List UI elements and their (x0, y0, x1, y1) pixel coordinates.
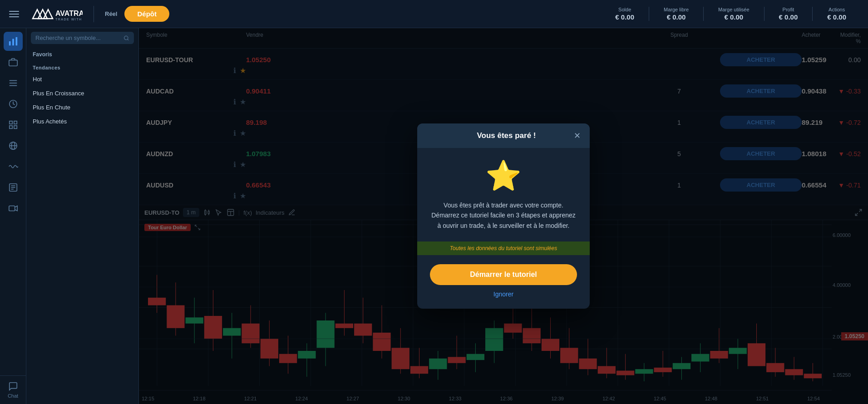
ignore-button[interactable]: Ignorer (493, 291, 513, 298)
favorites-label: Favoris (26, 49, 138, 60)
stat-item: Marge utilisée€ 0.00 (704, 7, 764, 21)
hamburger-menu[interactable] (7, 9, 21, 19)
content-area: Symbole Vendre Spread Acheter Modifier, … (139, 28, 868, 404)
sidebar-icon-globe[interactable] (4, 136, 23, 155)
tendances-title: Tendances (26, 60, 138, 72)
modal-body: ⭐ Vous êtes prêt à trader avec votre com… (417, 148, 590, 241)
modal-dialog: Vous êtes paré ! ✕ ⭐ Vous êtes prêt à tr… (417, 123, 590, 309)
modal-close-button[interactable]: ✕ (574, 131, 581, 141)
sidebar-icon-list[interactable] (4, 74, 23, 93)
stat-value: € 0.00 (779, 13, 798, 21)
sidebar-icon-briefcase[interactable] (4, 53, 23, 72)
logo-area: AVATRADE TRADE WITH CONFIDENCE (28, 6, 83, 22)
stat-value: € 0.00 (827, 13, 846, 21)
svg-rect-16 (14, 126, 16, 128)
main-layout: Chat Favoris Tendances Hot Plus En Crois… (0, 28, 868, 404)
stat-label: Marge utilisée (718, 7, 749, 12)
modal-actions: Démarrer le tutoriel Ignorer (417, 255, 590, 309)
modal-overlay: Vous êtes paré ! ✕ ⭐ Vous êtes prêt à tr… (139, 28, 868, 404)
stat-value: € 0.00 (615, 13, 634, 21)
sidebar-icon-wave[interactable] (4, 157, 23, 176)
chat-button[interactable]: Chat (0, 375, 26, 404)
svg-text:AVATRADE: AVATRADE (55, 10, 83, 17)
menu-item-chute[interactable]: Plus En Chute (26, 100, 138, 114)
search-icon (123, 35, 129, 41)
modal-title: Vous êtes paré ! (439, 131, 574, 140)
search-input[interactable] (35, 34, 120, 41)
symbol-panel: Favoris Tendances Hot Plus En Croissance… (26, 28, 139, 404)
start-tutorial-button[interactable]: Démarrer le tutoriel (430, 264, 577, 285)
svg-point-25 (124, 36, 128, 39)
sidebar-icon-chart[interactable] (4, 32, 23, 51)
menu-item-croissance[interactable]: Plus En Croissance (26, 86, 138, 100)
svg-rect-14 (14, 121, 16, 124)
svg-rect-7 (15, 37, 17, 45)
search-bar (31, 32, 134, 44)
top-nav: AVATRADE TRADE WITH CONFIDENCE Réel Dépô… (0, 0, 868, 28)
stat-label: Actions (829, 7, 845, 12)
sidebar-icon-video[interactable] (4, 199, 23, 218)
stat-item: Actions€ 0.00 (813, 7, 861, 21)
svg-line-26 (128, 39, 128, 40)
stats-area: Solde€ 0.00Marge libre€ 0.00Marge utilis… (601, 7, 861, 21)
sidebar-icon-grid[interactable] (4, 115, 23, 134)
avatrade-logo: AVATRADE TRADE WITH CONFIDENCE (28, 6, 83, 22)
chat-icon (8, 381, 18, 391)
modal-notice: Toutes les données du tutoriel sont simu… (417, 241, 590, 255)
stat-item: Marge libre€ 0.00 (649, 7, 704, 21)
sidebar-icon-history[interactable] (4, 94, 23, 113)
mode-badge: Réel (105, 10, 117, 17)
stat-item: Profit€ 0.00 (764, 7, 813, 21)
stat-label: Solde (618, 7, 631, 12)
stat-item: Solde€ 0.00 (601, 7, 649, 21)
nav-divider (94, 6, 94, 22)
svg-rect-15 (9, 126, 12, 128)
stat-label: Profit (783, 7, 794, 12)
modal-star-icon: ⭐ (430, 159, 577, 193)
modal-description: Vous êtes prêt à trader avec votre compt… (430, 200, 577, 231)
sidebar-icon-newspaper[interactable] (4, 178, 23, 197)
svg-rect-5 (9, 41, 10, 45)
stat-label: Marge libre (664, 7, 689, 12)
modal-header: Vous êtes paré ! ✕ (417, 123, 590, 148)
svg-rect-6 (12, 39, 14, 46)
svg-rect-13 (9, 121, 12, 124)
menu-item-hot[interactable]: Hot (26, 72, 138, 86)
stat-value: € 0.00 (724, 13, 743, 21)
svg-text:TRADE WITH CONFIDENCE: TRADE WITH CONFIDENCE (55, 18, 83, 21)
depot-button[interactable]: Dépôt (124, 6, 169, 22)
chat-label: Chat (8, 393, 18, 399)
svg-rect-24 (9, 206, 15, 211)
menu-item-achetes[interactable]: Plus Achetés (26, 114, 138, 128)
svg-rect-8 (9, 60, 17, 66)
icon-sidebar: Chat (0, 28, 26, 404)
stat-value: € 0.00 (667, 13, 686, 21)
